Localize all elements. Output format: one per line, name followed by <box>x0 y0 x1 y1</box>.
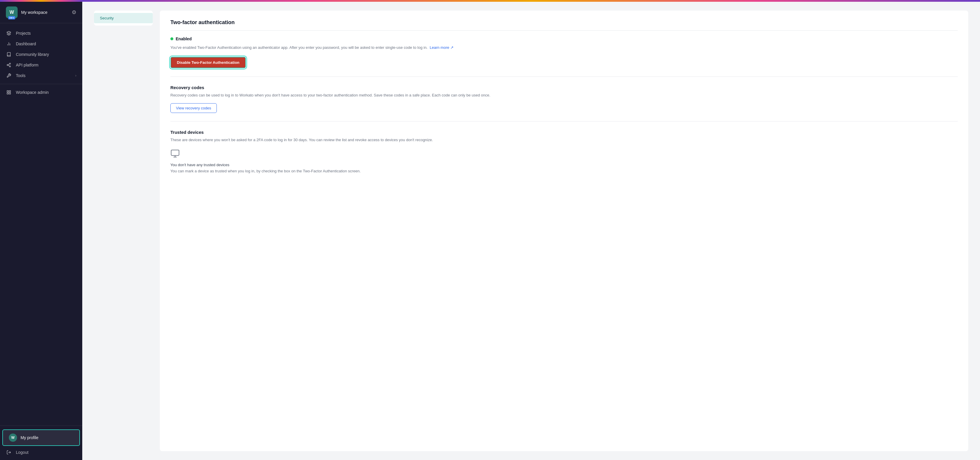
trusted-devices-description: These are devices where you won't be ask… <box>170 137 958 143</box>
learn-more-link[interactable]: Learn more ↗ <box>430 45 453 50</box>
svg-point-5 <box>7 64 8 65</box>
sidebar-bottom: W My profile Logout <box>0 426 82 460</box>
book-icon <box>6 52 12 57</box>
enabled-badge: Enabled <box>170 37 958 41</box>
no-devices-title: You don't have any trusted devices <box>170 163 229 167</box>
sidebar-item-api-platform[interactable]: API platform <box>0 60 82 70</box>
svg-line-7 <box>8 65 10 66</box>
trusted-devices-title: Trusted devices <box>170 130 958 135</box>
sidebar-item-projects[interactable]: Projects <box>0 28 82 38</box>
sidebar-item-projects-label: Projects <box>16 31 31 35</box>
right-panel: Two-factor authentication Enabled You've… <box>160 11 968 451</box>
user-settings-icon[interactable]: ⚙ <box>72 9 76 16</box>
section-divider-2 <box>170 121 958 121</box>
no-devices-container: You don't have any trusted devices You c… <box>170 149 958 174</box>
disable-2fa-button[interactable]: Disable Two-Factor Authentication <box>170 57 246 68</box>
no-devices-subtitle: You can mark a device as trusted when yo… <box>170 168 361 174</box>
view-recovery-codes-button[interactable]: View recovery codes <box>170 103 217 113</box>
monitor-icon <box>170 149 180 160</box>
svg-point-6 <box>10 66 11 67</box>
share-icon <box>6 63 12 67</box>
workspace-avatar[interactable]: W DEV <box>6 6 18 18</box>
sidebar-item-tools[interactable]: Tools › <box>0 70 82 81</box>
my-profile-label: My profile <box>21 435 38 440</box>
sidebar-header: W DEV My workspace ⚙ <box>0 2 82 23</box>
left-panel-item-security[interactable]: Security <box>94 13 153 23</box>
grid-icon <box>6 90 12 95</box>
sidebar-nav: Projects Dashboard Community library API… <box>0 23 82 426</box>
chevron-right-icon: › <box>75 73 76 78</box>
workspace-name: My workspace <box>21 10 68 15</box>
bar-chart-icon <box>6 42 12 46</box>
profile-initial: W <box>11 436 14 440</box>
my-profile-item[interactable]: W My profile <box>2 430 80 446</box>
workspace-initial: W <box>10 10 14 15</box>
svg-rect-12 <box>7 93 8 94</box>
sidebar-item-workspace-admin-label: Workspace admin <box>16 90 49 95</box>
layers-icon <box>6 31 12 35</box>
section-divider-1 <box>170 77 958 77</box>
recovery-codes-description: Recovery codes can be used to log in to … <box>170 93 958 99</box>
sidebar-item-dashboard-label: Dashboard <box>16 42 36 46</box>
svg-rect-14 <box>171 150 179 156</box>
svg-rect-9 <box>7 91 8 92</box>
sidebar-item-community-library[interactable]: Community library <box>0 49 82 60</box>
svg-point-4 <box>10 63 11 64</box>
logout-label: Logout <box>16 450 29 455</box>
sidebar-item-dashboard[interactable]: Dashboard <box>0 38 82 49</box>
logout-icon <box>6 450 12 455</box>
svg-rect-11 <box>9 93 11 94</box>
2fa-description: You've enabled Two-Factor Authentication… <box>170 45 958 51</box>
sidebar-item-community-library-label: Community library <box>16 52 49 57</box>
two-factor-title: Two-factor authentication <box>170 19 958 30</box>
left-panel: Security <box>94 11 153 26</box>
sidebar-item-tools-label: Tools <box>16 73 25 78</box>
svg-marker-0 <box>7 31 11 33</box>
nav-divider-1 <box>0 84 82 84</box>
content-area: Security Two-factor authentication Enabl… <box>82 2 980 460</box>
sidebar-item-workspace-admin[interactable]: Workspace admin <box>0 87 82 97</box>
enabled-text: Enabled <box>176 37 191 41</box>
dev-badge: DEV <box>8 16 15 19</box>
tool-icon <box>6 73 12 78</box>
enabled-indicator <box>170 37 173 40</box>
layout-wrapper: Security Two-factor authentication Enabl… <box>94 11 968 451</box>
recovery-codes-title: Recovery codes <box>170 85 958 90</box>
sidebar: W DEV My workspace ⚙ Projects Dashboard … <box>0 0 82 460</box>
main-content: Security Two-factor authentication Enabl… <box>82 0 980 460</box>
svg-line-8 <box>8 64 10 65</box>
profile-avatar: W <box>9 433 17 442</box>
svg-rect-10 <box>9 91 11 92</box>
logout-item[interactable]: Logout <box>0 447 82 458</box>
sidebar-item-api-platform-label: API platform <box>16 63 38 67</box>
